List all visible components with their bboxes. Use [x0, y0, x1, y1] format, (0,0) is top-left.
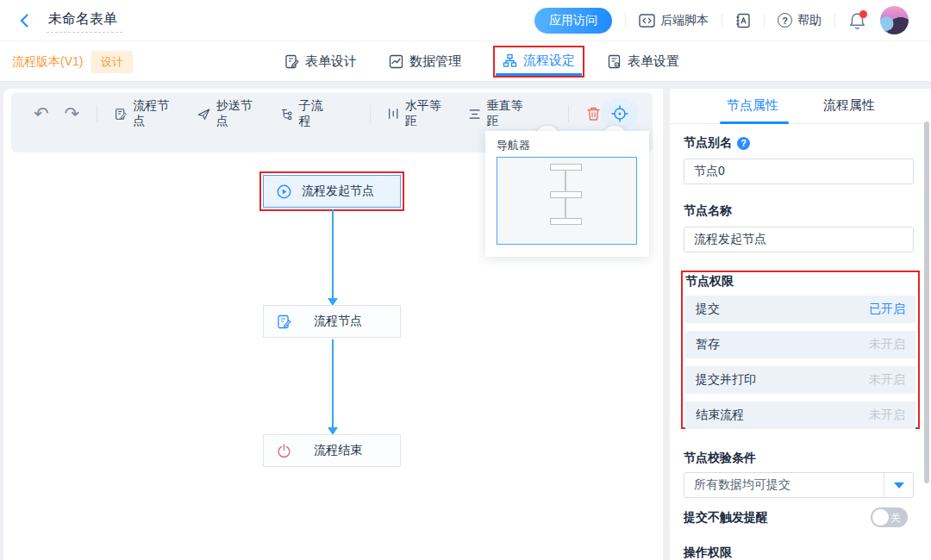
code-icon [639, 14, 655, 28]
add-subflow-button[interactable]: 子流程 [280, 98, 328, 129]
node-name-input[interactable] [684, 227, 914, 252]
delete-node-button[interactable] [586, 106, 601, 121]
divider [764, 14, 765, 28]
tab-flow-properties[interactable]: 流程属性 [823, 97, 875, 114]
crosshair-icon [610, 104, 629, 123]
operation-permission-label: 操作权限 [684, 545, 732, 560]
flow-start-node[interactable]: 流程发起节点 [263, 175, 401, 208]
permission-status: 未开启 [869, 337, 905, 352]
tab-label: 表单设置 [628, 53, 679, 70]
start-node-annotation: 流程发起节点 [259, 171, 404, 211]
navigator-minimap[interactable] [497, 157, 637, 245]
permission-row-submit[interactable]: 提交 已开启 [685, 296, 915, 323]
sidebar-scrollbar[interactable] [924, 121, 929, 483]
node-permissions-title: 节点权限 [685, 274, 734, 289]
add-flow-node-button[interactable]: 流程节点 [115, 98, 173, 129]
form-title[interactable]: 未命名表单 [47, 9, 122, 33]
toolbar-item-label: 水平等距 [405, 98, 446, 129]
contact-book-button[interactable] [735, 13, 751, 28]
toolbar-item-label: 流程节点 [133, 98, 173, 129]
divider [97, 105, 97, 122]
label-text: 节点名称 [684, 203, 732, 219]
node-permissions-annotation: 节点权限 提交 已开启 暂存 未开启 提交并打印 未开启 结束流程 未开启 [681, 271, 920, 429]
notification-button[interactable] [848, 11, 867, 30]
divider [722, 14, 722, 28]
help-label: 帮助 [797, 13, 822, 28]
label-text: 操作权限 [684, 545, 732, 560]
permission-name: 提交 [696, 302, 720, 317]
label-text: 节点校验条件 [684, 451, 756, 466]
toolbar-item-label: 抄送节点 [216, 98, 257, 129]
divider [370, 105, 371, 122]
permission-status: 未开启 [869, 408, 905, 423]
add-cc-node-button[interactable]: 抄送节点 [197, 98, 257, 129]
back-button[interactable] [17, 13, 33, 28]
node-alias-label: 节点别名 ? [684, 135, 750, 151]
flow-node[interactable]: 流程节点 [263, 305, 401, 338]
alias-help-icon[interactable]: ? [737, 137, 750, 150]
backend-script-label: 后端脚本 [660, 13, 709, 28]
permission-row-draft[interactable]: 暂存 未开启 [685, 331, 915, 358]
navigator-panel: 导航器 [485, 131, 649, 257]
permission-row-end-flow[interactable]: 结束流程 未开启 [685, 401, 915, 429]
contact-book-icon [735, 13, 751, 28]
paper-plane-icon [197, 107, 210, 121]
minimap-node [550, 164, 582, 171]
flow-setting-icon [503, 53, 517, 68]
node-alias-input[interactable] [684, 159, 914, 184]
tab-data-management[interactable]: 数据管理 [389, 53, 461, 70]
tab-node-properties[interactable]: 节点属性 [727, 97, 778, 114]
trash-icon [586, 106, 601, 121]
toolbar-item-label: 子流程 [299, 98, 329, 129]
vertical-space-icon [469, 108, 480, 121]
app-access-button[interactable]: 应用访问 [534, 8, 612, 34]
horizontal-space-icon [388, 107, 398, 121]
validation-condition-select[interactable]: 所有数据均可提交 [684, 472, 914, 498]
minimap-node [550, 191, 582, 198]
connector-line [332, 209, 334, 298]
undo-button[interactable]: ↶ [34, 105, 49, 123]
main-tabs: 表单设计 数据管理 流程设定 [284, 41, 711, 82]
permission-status: 未开启 [869, 372, 905, 388]
node-name-label: 节点名称 [684, 203, 732, 219]
label-text: 提交不触发提醒 [684, 510, 768, 526]
divider [834, 14, 835, 28]
permission-status: 已开启 [869, 302, 905, 317]
permission-row-submit-print[interactable]: 提交并打印 未开启 [685, 366, 915, 394]
form-setting-icon [607, 54, 622, 69]
flow-node-icon [115, 107, 127, 121]
version-bar: 流程版本(V1) 设计 表单设计 数据管理 [0, 41, 931, 82]
flow-version-label: 流程版本(V1) [12, 54, 83, 70]
label-text: 节点别名 [684, 135, 732, 151]
redo-button[interactable]: ↷ [65, 105, 80, 123]
active-tab-underline [496, 73, 582, 76]
tab-form-settings[interactable]: 表单设置 [607, 53, 679, 70]
flow-canvas[interactable]: ↶ ↷ 流程节点 抄送节点 [3, 89, 663, 560]
help-button[interactable]: ? 帮助 [778, 13, 822, 28]
toggle-knob [872, 509, 889, 526]
no-reminder-label: 提交不触发提醒 [684, 510, 768, 526]
power-icon [277, 444, 291, 458]
horizontal-distribute-button[interactable]: 水平等距 [388, 98, 445, 129]
tab-flow-settings-annotation: 流程设定 [493, 46, 584, 78]
no-reminder-toggle[interactable]: 关 [871, 507, 908, 527]
select-caret-cell [884, 473, 913, 497]
sidebar-tabs: 节点属性 流程属性 [670, 89, 931, 124]
form-design-icon [284, 54, 299, 69]
select-value: 所有数据均可提交 [684, 477, 884, 493]
vertical-distribute-button[interactable]: 垂直等距 [469, 98, 527, 129]
locate-center-button[interactable] [601, 99, 639, 128]
tab-label: 数据管理 [409, 53, 461, 70]
user-avatar[interactable] [880, 6, 909, 34]
question-circle-icon: ? [778, 13, 792, 28]
backend-script-button[interactable]: 后端脚本 [639, 13, 709, 28]
permission-name: 结束流程 [696, 408, 744, 423]
tab-flow-settings[interactable]: 流程设定 [503, 53, 575, 69]
divider [625, 14, 626, 28]
permission-name: 提交并打印 [696, 372, 756, 388]
subflow-icon [280, 107, 292, 121]
play-circle-icon [277, 184, 291, 199]
flow-end-node[interactable]: 流程结束 [263, 434, 401, 467]
active-tab-underline [720, 121, 789, 124]
tab-form-design[interactable]: 表单设计 [284, 53, 357, 70]
